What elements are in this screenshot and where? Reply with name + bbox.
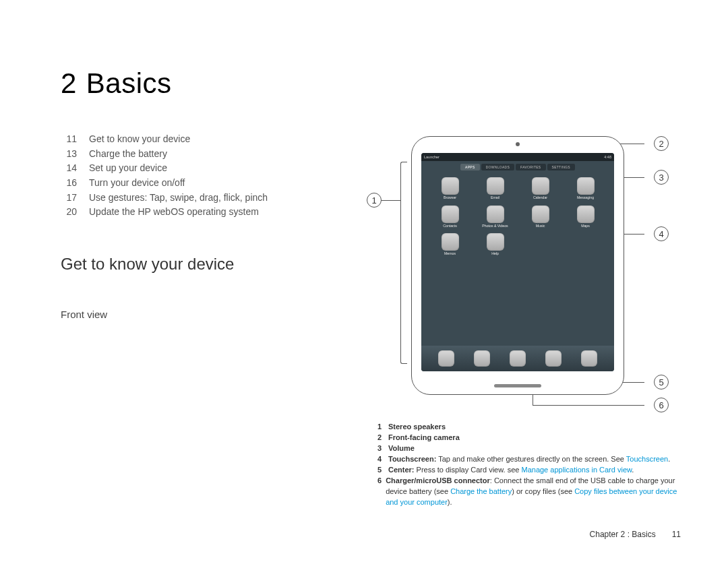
status-left: Launcher (424, 155, 439, 159)
tablet-outline-icon: Launcher 4:48 APPS DOWNLOADS FAVORITES S… (411, 136, 624, 395)
dock-app-icon (545, 350, 562, 367)
callout-1: 1 (367, 193, 382, 208)
toc-row[interactable]: 17Use gestures: Tap, swipe, drag, flick,… (61, 191, 330, 206)
chapter-name: Basics (86, 67, 172, 99)
device-front-view-illustration: 1 2 3 4 5 6 Launcher 4:48 (404, 132, 647, 395)
dock (421, 346, 614, 371)
app-icon (532, 177, 549, 195)
section-heading: Get to know your device (61, 255, 330, 274)
app-grid: Browser Email Calendar Messaging Contact… (421, 170, 614, 256)
app-icon (442, 206, 459, 223)
toc-row[interactable]: 14Set up your device (61, 161, 330, 176)
app-icon (532, 206, 549, 223)
callout-4: 4 (654, 226, 669, 241)
toc-row[interactable]: 20Update the HP webOS operating system (61, 205, 330, 220)
callout-3: 3 (654, 170, 669, 185)
link-charge-battery[interactable]: Charge the battery (450, 487, 512, 495)
footer-page-number: 11 (672, 530, 681, 539)
tablet-screen: Launcher 4:48 APPS DOWNLOADS FAVORITES S… (421, 153, 614, 371)
tab-favorites: FAVORITES (516, 164, 545, 170)
toc-row[interactable]: 11Get to know your device (61, 132, 330, 147)
subheading: Front view (61, 309, 330, 320)
camera-dot-icon (516, 142, 520, 146)
app-icon (487, 233, 504, 251)
app-icon (577, 206, 595, 223)
link-manage-apps[interactable]: Manage applications in Card view (521, 466, 632, 474)
app-icon (442, 177, 459, 195)
center-button-icon (494, 384, 541, 387)
toc-row[interactable]: 16Turn your device on/off (61, 176, 330, 191)
callout-6: 6 (654, 398, 669, 412)
toc-row[interactable]: 13Charge the battery (61, 147, 330, 162)
dock-app-icon (510, 350, 526, 367)
speaker-bracket-icon (400, 162, 407, 364)
tab-downloads: DOWNLOADS (481, 164, 514, 170)
chapter-number: 2 (61, 67, 77, 99)
app-icon (487, 177, 504, 195)
page-footer: Chapter 2 : Basics 11 (590, 530, 681, 539)
table-of-contents: 11Get to know your device 13Charge the b… (61, 132, 330, 220)
callout-legend: 1Stereo speakers 2Front-facing camera 3V… (371, 422, 681, 508)
dock-app-icon (438, 350, 454, 367)
callout-5: 5 (654, 375, 669, 389)
link-touchscreen[interactable]: Touchscreen (626, 455, 668, 463)
status-bar: Launcher 4:48 (421, 153, 614, 161)
app-icon (442, 233, 459, 251)
launcher-tabs: APPS DOWNLOADS FAVORITES SETTINGS (421, 164, 614, 170)
tab-settings: SETTINGS (547, 164, 575, 170)
chapter-title: 2Basics (61, 67, 681, 100)
app-icon (577, 177, 595, 195)
callout-2: 2 (654, 136, 669, 151)
tab-apps: APPS (460, 164, 480, 170)
status-right: 4:48 (604, 155, 611, 159)
footer-chapter-label: Chapter 2 : Basics (590, 530, 656, 539)
dock-app-icon (474, 350, 490, 367)
app-icon (487, 206, 504, 223)
dock-app-icon (581, 350, 597, 367)
